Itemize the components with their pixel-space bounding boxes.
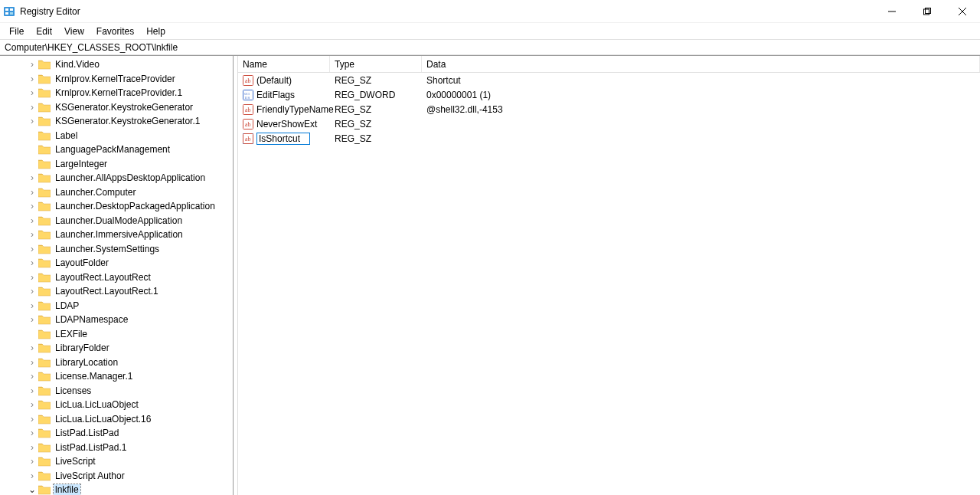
tree-item[interactable]: ›LiveScript [0,454,233,469]
tree-item-label: Launcher.DualModeApplication [54,215,184,226]
folder-icon [38,87,51,98]
tree-item[interactable]: ›LibraryLocation [0,356,233,370]
titlebar: Registry Editor [0,0,980,23]
expand-icon[interactable]: › [28,343,37,352]
list-row[interactable]: ab(Default)REG_SZShortcut [238,73,980,87]
tree-item[interactable]: ›LicLua.LicLuaObject [0,398,233,412]
tree-item-label: LDAPNamespace [54,314,129,325]
close-button[interactable] [945,0,980,22]
tree-item[interactable]: ›Kind.Video [0,57,233,72]
list-row[interactable]: abREG_SZ [238,131,980,146]
expand-icon[interactable]: › [28,315,37,324]
expand-icon[interactable]: › [28,471,37,480]
expand-icon[interactable]: › [28,386,37,395]
tree-item[interactable]: LEXFile [0,327,233,342]
expand-icon[interactable]: › [28,103,37,112]
expand-icon[interactable]: › [28,88,37,97]
address-bar[interactable]: Computer\HKEY_CLASSES_ROOT\lnkfile [0,40,980,55]
tree-item-label: LicLua.LicLuaObject [54,399,140,410]
expand-icon[interactable]: › [28,216,37,225]
window-controls [874,0,980,22]
rename-input[interactable] [256,133,310,145]
tree-item[interactable]: ›Launcher.Computer [0,185,233,200]
expand-icon[interactable]: › [28,173,37,182]
expand-icon[interactable]: › [28,116,37,126]
tree-item[interactable]: ›LicLua.LicLuaObject.16 [0,412,233,427]
menu-view[interactable]: View [58,25,90,38]
expand-icon[interactable]: › [28,400,37,409]
expand-icon[interactable]: › [28,60,37,69]
list-row[interactable]: abNeverShowExtREG_SZ [238,116,980,131]
minimize-button[interactable] [874,0,910,22]
tree-item[interactable]: ›Launcher.AllAppsDesktopApplication [0,171,233,185]
tree-item[interactable]: ›Licenses [0,384,233,398]
tree-item[interactable]: ›LibraryFolder [0,341,233,356]
tree-item[interactable]: ›Launcher.DualModeApplication [0,214,233,228]
folder-icon [38,399,51,410]
expand-icon[interactable]: › [28,287,37,296]
expand-icon[interactable]: › [28,428,37,438]
expand-icon[interactable]: › [28,443,37,452]
tree-item[interactable]: ›ListPad.ListPad.1 [0,441,233,455]
expand-icon[interactable]: › [28,358,37,367]
list-row[interactable]: abFriendlyTypeNameREG_SZ@shell32.dll,-41… [238,102,980,116]
cell-type: REG_SZ [330,104,422,115]
tree-item[interactable]: ›LayoutFolder [0,256,233,270]
tree-item[interactable]: LargeInteger [0,157,233,172]
cell-data: Shortcut [422,75,980,86]
cell-type: REG_SZ [330,119,422,129]
expand-icon[interactable]: › [28,301,37,310]
tree-item[interactable]: ›LayoutRect.LayoutRect [0,270,233,285]
folder-icon [38,187,51,198]
tree-item[interactable]: ›LiveScript Author [0,469,233,484]
cell-name: ab(Default) [238,75,330,86]
tree-item[interactable]: ›LayoutRect.LayoutRect.1 [0,284,233,299]
column-type[interactable]: Type [330,56,422,72]
column-data[interactable]: Data [422,56,980,72]
column-name[interactable]: Name [238,56,330,72]
menu-favorites[interactable]: Favorites [90,25,140,38]
tree-item[interactable]: ›LDAPNamespace [0,313,233,327]
tree-item[interactable]: ›Krnlprov.KernelTraceProvider [0,72,233,87]
tree-item[interactable]: ›Launcher.SystemSettings [0,242,233,257]
tree-item[interactable]: Label [0,129,233,143]
tree-item[interactable]: ›KSGenerator.KeystrokeGenerator.1 [0,114,233,129]
tree-item[interactable]: ⌄lnkfile [0,483,233,495]
cell-name: abFriendlyTypeName [238,104,330,115]
cell-type: REG_DWORD [330,90,422,100]
list-header: Name Type Data [238,56,980,73]
folder-icon [38,456,51,467]
cell-type: REG_SZ [330,133,422,144]
menu-file[interactable]: File [3,25,30,38]
menu-help[interactable]: Help [140,25,172,38]
tree-item[interactable]: ›Launcher.DesktopPackagedApplication [0,199,233,214]
menu-edit[interactable]: Edit [30,25,58,38]
tree-item[interactable]: ›Launcher.ImmersiveApplication [0,228,233,242]
collapse-icon[interactable]: ⌄ [28,485,37,494]
folder-icon [38,442,51,453]
folder-icon [38,385,51,396]
expand-icon[interactable]: › [28,202,37,211]
tree-pane[interactable]: ›Kind.Video›Krnlprov.KernelTraceProvider… [0,56,234,495]
expand-icon[interactable]: › [28,74,37,84]
expand-icon[interactable]: › [28,372,37,381]
expand-icon[interactable]: › [28,230,37,239]
tree-item[interactable]: ›License.Manager.1 [0,369,233,384]
expand-icon[interactable]: › [28,457,37,466]
expand-icon[interactable]: › [28,244,37,254]
tree-item[interactable]: ›LDAP [0,299,233,313]
expand-icon [28,145,37,154]
maximize-button[interactable] [910,0,945,22]
expand-icon[interactable]: › [28,188,37,197]
svg-rect-0 [4,7,15,16]
expand-icon[interactable]: › [28,273,37,282]
tree-item[interactable]: ›Krnlprov.KernelTraceProvider.1 [0,86,233,100]
tree-item-label: LayoutRect.LayoutRect [54,272,152,283]
list-row[interactable]: 011110EditFlagsREG_DWORD0x00000001 (1) [238,87,980,102]
expand-icon[interactable]: › [28,258,37,267]
tree-item[interactable]: ›ListPad.ListPad [0,426,233,441]
expand-icon[interactable]: › [28,415,37,424]
tree-item[interactable]: ›KSGenerator.KeystrokeGenerator [0,100,233,115]
folder-icon [38,414,51,425]
tree-item[interactable]: LanguagePackManagement [0,143,233,157]
